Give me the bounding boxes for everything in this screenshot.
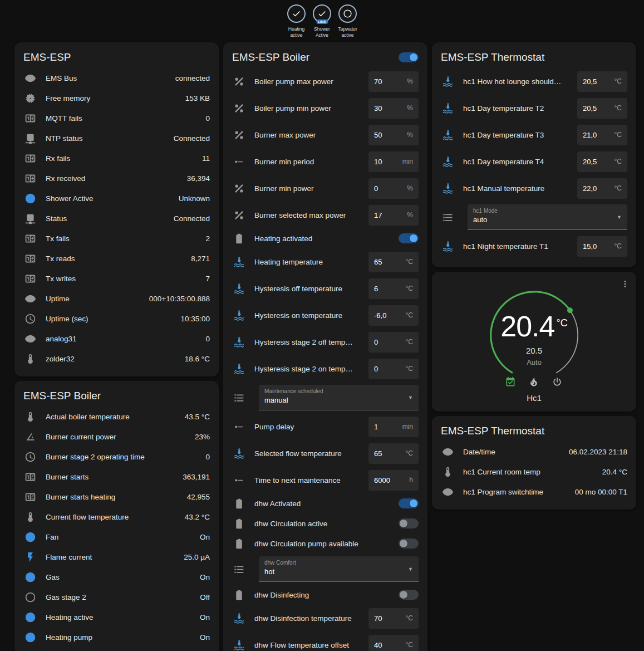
entity-value: On <box>200 613 210 621</box>
battery-icon <box>232 497 245 510</box>
entity-row[interactable]: Actual boiler temperature 43.5 °C <box>23 407 210 427</box>
number-row: Hysteresis stage 2 on temp… 0 °C <box>232 355 419 382</box>
thermo-waves-icon <box>232 309 245 322</box>
entity-row[interactable]: Fan On <box>23 527 210 547</box>
toggle-switch[interactable] <box>399 518 419 528</box>
entity-value: 10:35:00 <box>180 315 210 323</box>
status-badge[interactable]: Heating active <box>284 4 308 42</box>
status-badge[interactable]: Tapwater active <box>336 4 360 42</box>
entity-value: connected <box>175 74 210 82</box>
number-row: dhw Disinfection temperature 70 °C <box>232 605 419 632</box>
thermometer-icon <box>23 352 37 365</box>
number-input[interactable]: 21,0 °C <box>577 125 627 145</box>
entity-row[interactable]: hc1 Program switchtime 00 mo 00:00 T1 <box>441 482 627 502</box>
number-input[interactable]: 40 °C <box>368 635 419 651</box>
number-input[interactable]: 1 min <box>368 417 419 437</box>
gauge-marker <box>567 307 573 313</box>
number-input[interactable]: 20,5 °C <box>577 151 627 172</box>
badge-label: Heating active <box>288 26 304 38</box>
number-input[interactable]: 65 °C <box>368 252 419 272</box>
number-row: hc1 Day temperature T4 20,5 °C <box>441 148 627 175</box>
number-input[interactable]: -6,0 °C <box>368 305 419 326</box>
eye-icon <box>23 332 37 345</box>
entity-row[interactable]: Gas On <box>23 567 210 587</box>
card-title: EMS-ESP Thermostat <box>441 425 544 437</box>
toggle-switch[interactable] <box>399 498 419 508</box>
entity-row[interactable]: Burner starts 363,191 <box>23 467 210 487</box>
entity-label: Rx fails <box>46 154 198 163</box>
entity-row[interactable]: Tx fails 2 <box>23 228 210 248</box>
entity-row[interactable]: Date/time 06.02.2023 21:18 <box>441 442 627 462</box>
entity-row[interactable]: Uptime 000+10:35:00.888 <box>23 288 210 309</box>
number-input[interactable]: 30 % <box>368 98 419 119</box>
entity-label: Burner starts heating <box>46 493 183 501</box>
entity-row[interactable]: Burner starts heating 42,955 <box>23 487 210 507</box>
entity-row[interactable]: Shower Active Unknown <box>23 188 210 208</box>
number-input[interactable]: 15,0 °C <box>577 236 627 257</box>
toggle-switch[interactable] <box>399 233 419 243</box>
entity-label: dhw Disinfection temperature <box>254 614 364 623</box>
entity-label: dhw Disinfecting <box>254 591 393 599</box>
entity-row[interactable]: analog31 0 <box>23 329 210 349</box>
system-card: EMS-ESP EMS Bus connected Free memory 15… <box>14 42 219 376</box>
number-input[interactable]: 20,5 °C <box>577 98 627 119</box>
entity-label: Burner current power <box>46 433 190 441</box>
entity-row[interactable]: zolder32 18.6 °C <box>23 349 210 369</box>
number-value: 17 <box>374 211 405 219</box>
number-input[interactable]: 0 °C <box>368 359 419 379</box>
entity-row[interactable]: Tx writes 7 <box>23 268 210 288</box>
number-input[interactable]: 6 °C <box>368 278 419 299</box>
number-unit: °C <box>614 131 622 139</box>
entity-row[interactable]: NTP status Connected <box>23 128 210 148</box>
number-input[interactable]: 50 % <box>368 125 419 145</box>
entity-row[interactable]: Status Connected <box>23 208 210 228</box>
entity-row[interactable]: Current flow temperature 43.2 °C <box>23 507 210 527</box>
entity-row[interactable]: Flame current 25.0 µA <box>23 547 210 567</box>
more-options-icon[interactable] <box>618 277 632 291</box>
entity-value: 0 <box>205 114 210 123</box>
toggle-switch[interactable] <box>399 590 419 600</box>
number-input[interactable]: 20,5 °C <box>577 71 627 92</box>
entity-label: Free memory <box>46 94 181 102</box>
entity-row[interactable]: Uptime (sec) 10:35:00 <box>23 309 210 329</box>
dashboard: EMS-ESP EMS Bus connected Free memory 15… <box>0 42 644 651</box>
toggle-row: dhw Disinfecting <box>232 585 419 605</box>
entity-row[interactable]: Gas stage 2 Off <box>23 587 210 607</box>
card-master-toggle[interactable] <box>399 52 419 62</box>
entity-row[interactable]: Heating active On <box>23 607 210 627</box>
number-input[interactable]: 6000 h <box>368 470 419 491</box>
flash-icon <box>23 550 37 564</box>
number-input[interactable]: 17 % <box>368 205 419 226</box>
entity-row[interactable]: Rx fails 11 <box>23 148 210 168</box>
toggle-switch[interactable] <box>399 539 419 549</box>
entity-row[interactable]: Free memory 153 KB <box>23 88 210 108</box>
number-row: Burner max power 50 % <box>232 121 419 148</box>
number-input[interactable]: 10 min <box>368 151 419 172</box>
angle-icon <box>23 430 37 443</box>
entity-value: 0 <box>205 453 210 461</box>
number-input[interactable]: 70 % <box>368 71 419 92</box>
select-input[interactable]: dhw Comfort hot ▼ <box>259 556 419 582</box>
number-value: 15,0 <box>583 242 612 251</box>
entity-row[interactable]: Burner stage 2 operating time 0 <box>23 447 210 467</box>
badge-label: Tapwater active <box>338 26 357 38</box>
number-input[interactable]: 0 % <box>368 178 419 199</box>
status-badge[interactable]: LINK Shower Active <box>310 4 334 42</box>
select-input[interactable]: Maintenance scheduled manual ▼ <box>259 385 419 410</box>
temperature-dial[interactable]: 20.4°C 20.5 Auto <box>479 280 590 391</box>
entity-row[interactable]: MQTT fails 0 <box>23 108 210 128</box>
number-input[interactable]: 0 °C <box>368 332 419 353</box>
entity-row[interactable]: Burner current power 23% <box>23 427 210 447</box>
entity-label: Hysteresis stage 2 off temp… <box>254 338 364 346</box>
entity-label: NTP status <box>46 134 169 143</box>
number-input[interactable]: 22,0 °C <box>577 178 627 199</box>
entity-row[interactable]: Rx received 36,394 <box>23 168 210 188</box>
number-input[interactable]: 70 °C <box>368 608 419 629</box>
entity-row[interactable]: Heating pump On <box>23 627 210 647</box>
number-input[interactable]: 65 °C <box>368 443 419 464</box>
select-value: hot <box>264 567 404 576</box>
entity-row[interactable]: Tx reads 8,271 <box>23 248 210 268</box>
entity-row[interactable]: EMS Bus connected <box>23 68 210 88</box>
select-input[interactable]: hc1 Mode auto ▼ <box>468 204 627 230</box>
entity-row[interactable]: hc1 Current room temp 20.4 °C <box>441 462 627 482</box>
